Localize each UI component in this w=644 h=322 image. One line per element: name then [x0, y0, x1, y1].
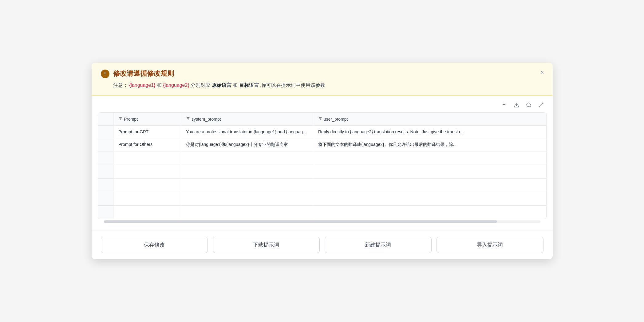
table-row[interactable]: Prompt for GPTYou are a professional tra… — [98, 125, 546, 138]
cell-row-num — [98, 165, 113, 178]
filter-icon-system — [186, 116, 190, 121]
download-button[interactable]: 下载提示词 — [213, 237, 320, 253]
cell-user-prompt[interactable] — [313, 178, 546, 192]
col-header-user-prompt[interactable]: user_prompt — [313, 113, 546, 126]
close-button[interactable]: × — [538, 68, 547, 77]
table-header-row: Prompt system_prompt — [98, 113, 546, 126]
notice-description: 注意： {language1} 和 {language2} 分别对应 原始语言 … — [113, 81, 543, 89]
notice-title: 修改请遵循修改规则 — [113, 69, 543, 78]
data-table: Prompt system_prompt — [98, 112, 547, 219]
expand-icon[interactable] — [537, 101, 545, 109]
cell-user-prompt[interactable] — [313, 165, 546, 178]
notice-middle2: 分别对应 — [191, 83, 210, 88]
cell-prompt[interactable] — [113, 192, 181, 205]
cell-row-num — [98, 205, 113, 219]
cell-user-prompt[interactable] — [313, 205, 546, 219]
modal-dialog: ! 修改请遵循修改规则 注意： {language1} 和 {language2… — [92, 63, 553, 259]
cell-prompt[interactable] — [113, 205, 181, 219]
col-header-rownum — [98, 113, 113, 126]
table-row[interactable] — [98, 165, 546, 178]
table-row[interactable] — [98, 192, 546, 205]
cell-system-prompt[interactable] — [181, 151, 313, 165]
notice-suffix: ,你可以在提示词中使用该参数 — [260, 83, 325, 88]
notice-prefix: 注意： — [113, 83, 128, 88]
notice-bold2: 目标语言 — [239, 83, 259, 88]
col-label-user: user_prompt — [324, 117, 348, 122]
cell-user-prompt[interactable]: Reply directly to {language2} translatio… — [313, 125, 546, 138]
cell-prompt[interactable]: Prompt for GPT — [113, 125, 181, 138]
cell-row-num — [98, 151, 113, 165]
save-button[interactable]: 保存修改 — [101, 237, 208, 253]
notice-middle1: 和 — [157, 83, 162, 88]
cell-row-num — [98, 178, 113, 192]
filter-icon-prompt — [118, 116, 123, 121]
col-header-system-prompt[interactable]: system_prompt — [181, 113, 313, 126]
cell-prompt[interactable] — [113, 165, 181, 178]
download-icon[interactable] — [512, 101, 521, 109]
cell-prompt[interactable] — [113, 151, 181, 165]
cell-row-num — [98, 125, 113, 138]
cell-row-num — [98, 192, 113, 205]
table-row[interactable] — [98, 151, 546, 165]
add-icon[interactable]: + — [500, 101, 508, 109]
table-toolbar: + — [98, 101, 547, 109]
table-row[interactable] — [98, 205, 546, 219]
filter-icon-user — [318, 116, 322, 121]
cell-system-prompt[interactable]: You are a professional translator in {la… — [181, 125, 313, 138]
notice-content: 修改请遵循修改规则 注意： {language1} 和 {language2} … — [113, 69, 543, 89]
cell-system-prompt[interactable] — [181, 192, 313, 205]
notice-bold1: 原始语言 — [212, 83, 231, 88]
table-section: + — [92, 96, 553, 231]
table-row[interactable]: Prompt for Others你是对{language1}和{languag… — [98, 138, 546, 151]
notice-param2: {language2} — [163, 83, 189, 88]
cell-system-prompt[interactable] — [181, 178, 313, 192]
cell-prompt[interactable]: Prompt for Others — [113, 138, 181, 151]
notice-icon: ! — [101, 70, 109, 78]
cell-system-prompt[interactable] — [181, 205, 313, 219]
svg-point-1 — [527, 103, 530, 107]
cell-row-num — [98, 138, 113, 151]
col-label-prompt: Prompt — [124, 117, 138, 122]
cell-prompt[interactable] — [113, 178, 181, 192]
cell-system-prompt[interactable]: 你是对{language1}和{language2}十分专业的翻译专家 — [181, 138, 313, 151]
new-prompt-button[interactable]: 新建提示词 — [325, 237, 432, 253]
scrollbar-thumb[interactable] — [104, 220, 497, 223]
notice-banner: ! 修改请遵循修改规则 注意： {language1} 和 {language2… — [92, 63, 553, 96]
cell-user-prompt[interactable]: 将下面的文本的翻译成{language2}。你只允许给出最后的翻译结果，除... — [313, 138, 546, 151]
import-button[interactable]: 导入提示词 — [437, 237, 543, 253]
svg-line-2 — [541, 103, 543, 104]
col-label-system: system_prompt — [192, 117, 221, 122]
svg-line-3 — [539, 105, 540, 107]
cell-system-prompt[interactable] — [181, 165, 313, 178]
table-row[interactable] — [98, 178, 546, 192]
notice-middle3: 和 — [233, 83, 238, 88]
col-header-prompt[interactable]: Prompt — [113, 113, 181, 126]
horizontal-scrollbar[interactable] — [104, 220, 540, 223]
search-icon[interactable] — [524, 101, 533, 109]
cell-user-prompt[interactable] — [313, 192, 546, 205]
cell-user-prompt[interactable] — [313, 151, 546, 165]
notice-param1: {language1} — [129, 83, 155, 88]
footer-actions: 保存修改 下载提示词 新建提示词 导入提示词 — [92, 230, 553, 259]
